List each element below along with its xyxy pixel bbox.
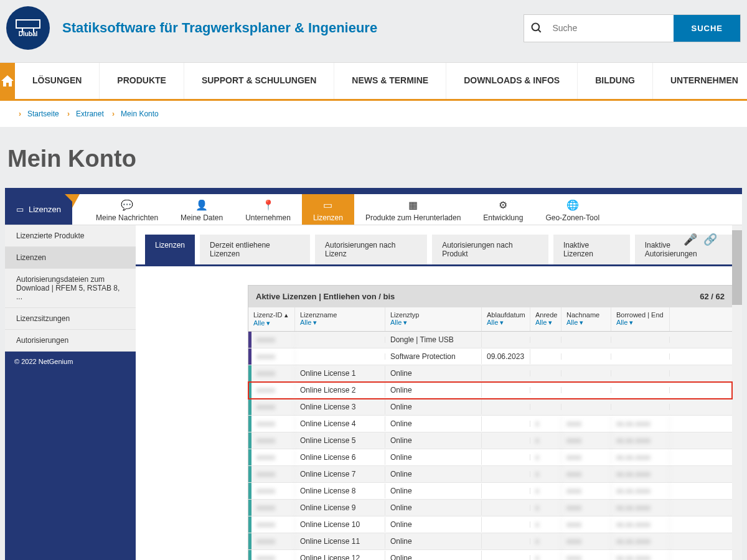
column-header[interactable]: LizenztypAlle ▾: [385, 307, 482, 331]
sidebar-item-autorisierungsdateien[interactable]: Autorisierungsdateien zum Download | RFE…: [5, 269, 136, 308]
gear-icon: ⚙: [499, 199, 507, 211]
table-row[interactable]: xxxxxOnline License 12Onlinexxxxxxx.xx.x…: [248, 550, 732, 560]
table-row[interactable]: xxxxxOnline License 4Onlinexxxxxxx.xx.xx…: [248, 416, 732, 432]
tagline: Statiksoftware für Tragwerksplaner & Ing…: [62, 20, 511, 36]
nav-item[interactable]: NEWS & TERMINE: [334, 63, 446, 99]
sidebar-item-lizenzierte[interactable]: Lizenzierte Produkte: [5, 225, 136, 247]
tab-lizenzen-active[interactable]: ▭ Lizenzen: [5, 194, 72, 225]
subtab-aut-lizenz[interactable]: Autorisierungen nach Lizenz: [315, 235, 427, 264]
sidebar-item-lizenzsitzungen[interactable]: Lizenzsitzungen: [5, 308, 136, 330]
sidebar-item-lizenzen[interactable]: Lizenzen: [5, 247, 136, 269]
tab-geozonen[interactable]: 🌐Geo-Zonen-Tool: [534, 194, 611, 225]
main-nav: LÖSUNGEN PRODUKTE SUPPORT & SCHULUNGEN N…: [0, 62, 747, 101]
breadcrumb: ›Startseite ›Extranet ›Mein Konto: [0, 101, 747, 127]
nav-item[interactable]: DOWNLOADS & INFOS: [446, 63, 578, 99]
svg-point-0: [532, 24, 540, 31]
nav-item[interactable]: BILDUNG: [578, 63, 653, 99]
tab-bar: ▭ Lizenzen 💬Meine Nachrichten 👤Meine Dat…: [5, 194, 742, 225]
breadcrumb-link[interactable]: Extranet: [76, 110, 104, 118]
license-grid: Aktive Lizenzen | Entliehen von / bis 62…: [248, 285, 733, 560]
column-header[interactable]: LizenznameAlle ▾: [295, 307, 385, 331]
table-row[interactable]: xxxxxOnline License 11Onlinexxxxxxx.xx.x…: [248, 533, 732, 550]
list-icon: ▭: [16, 205, 24, 214]
tab-nachrichten[interactable]: 💬Meine Nachrichten: [85, 194, 169, 225]
table-row[interactable]: xxxxxOnline License 3Online: [248, 399, 732, 416]
tab-lizenzen[interactable]: ▭Lizenzen: [302, 194, 354, 225]
tab-produkte[interactable]: ▦Produkte zum Herunterladen: [354, 194, 472, 225]
table-row[interactable]: xxxxxDongle | Time USB: [248, 332, 732, 348]
sidebar-item-autorisierungen[interactable]: Autorisierungen: [5, 330, 136, 352]
column-header[interactable]: AblaufdatumAlle ▾: [482, 307, 530, 331]
mic-icon[interactable]: 🎤: [684, 233, 697, 246]
nav-item[interactable]: SUPPORT & SCHULUNGEN: [184, 63, 334, 99]
nav-item[interactable]: PRODUKTE: [100, 63, 184, 99]
messages-icon: 💬: [121, 199, 133, 211]
column-header[interactable]: Borrowed | EndAlle ▾: [611, 307, 670, 331]
table-row[interactable]: xxxxxOnline License 2Online: [248, 382, 732, 399]
subtab-entliehene[interactable]: Derzeit entliehene Lizenzen: [200, 235, 310, 264]
subtab-lizenzen[interactable]: Lizenzen: [145, 235, 195, 264]
tab-entwicklung[interactable]: ⚙Entwicklung: [472, 194, 534, 225]
tab-unternehmen[interactable]: 📍Unternehmen: [234, 194, 302, 225]
page-title: Mein Konto: [0, 127, 747, 188]
search-input[interactable]: [549, 17, 674, 39]
main-panel: 🎤 🔗 Lizenzen Derzeit entliehene Lizenzen…: [136, 225, 742, 560]
table-row[interactable]: xxxxxOnline License 10Onlinexxxxxxx.xx.x…: [248, 516, 732, 533]
table-row[interactable]: xxxxxOnline License 9Onlinexxxxxxx.xx.xx…: [248, 500, 732, 516]
sub-tabs: Lizenzen Derzeit entliehene Lizenzen Aut…: [136, 225, 742, 266]
divider: [5, 188, 742, 194]
search-button[interactable]: SUCHE: [674, 15, 740, 42]
grid-count: 62 / 62: [700, 292, 725, 301]
grid-icon: ▦: [408, 199, 418, 211]
nav-item[interactable]: UNTERNEHMEN: [653, 63, 747, 99]
pin-icon: 📍: [262, 199, 275, 211]
grid-title: Aktive Lizenzen | Entliehen von / bis: [256, 292, 395, 301]
search-icon: [524, 17, 549, 39]
scrollbar[interactable]: [732, 225, 742, 560]
nav-item[interactable]: LÖSUNGEN: [15, 63, 100, 99]
nav-home[interactable]: [0, 63, 15, 99]
table-row[interactable]: xxxxxOnline License 5Onlinexxxxxxx.xx.xx…: [248, 432, 732, 449]
table-row[interactable]: xxxxxOnline License 8Onlinexxxxxxx.xx.xx…: [248, 483, 732, 500]
breadcrumb-link[interactable]: Startseite: [27, 110, 59, 118]
person-icon: 👤: [195, 199, 208, 211]
table-row[interactable]: xxxxxSoftware Protection09.06.2023: [248, 348, 732, 365]
column-header[interactable]: AnredeAlle ▾: [530, 307, 561, 331]
breadcrumb-link[interactable]: Mein Konto: [121, 110, 159, 118]
svg-line-1: [538, 30, 541, 32]
subtab-inaktive-liz[interactable]: Inaktive Lizenzen: [553, 235, 630, 264]
table-row[interactable]: xxxxxOnline License 6Onlinexxxxxxx.xx.xx…: [248, 449, 732, 466]
sidebar: Lizenzierte Produkte Lizenzen Autorisier…: [5, 225, 136, 560]
table-row[interactable]: xxxxxOnline License 7Onlinexxxxxxx.xx.xx…: [248, 466, 732, 483]
column-header[interactable]: Lizenz-ID ▴Alle ▾: [248, 307, 295, 331]
card-icon: ▭: [323, 199, 332, 211]
tab-meine-daten[interactable]: 👤Meine Daten: [169, 194, 234, 225]
table-row[interactable]: xxxxxOnline License 1Online: [248, 365, 732, 382]
subtab-aut-produkt[interactable]: Autorisierungen nach Produkt: [432, 235, 548, 264]
copyright: © 2022 NetGenium: [5, 352, 136, 560]
link-icon[interactable]: 🔗: [703, 233, 717, 246]
globe-icon: 🌐: [566, 199, 579, 211]
logo[interactable]: Dlubal: [6, 6, 50, 50]
column-header[interactable]: NachnameAlle ▾: [561, 307, 611, 331]
